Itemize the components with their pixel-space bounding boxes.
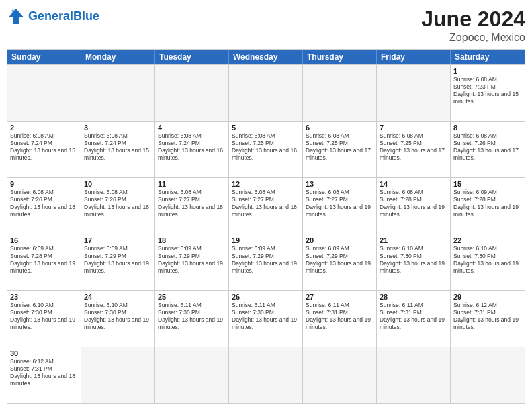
day-number: 10 [84, 180, 152, 188]
calendar-empty-cell [303, 65, 377, 122]
day-header-saturday: Saturday [451, 50, 525, 64]
day-info: Sunrise: 6:11 AM Sunset: 7:30 PM Dayligh… [232, 302, 300, 331]
day-info: Sunrise: 6:10 AM Sunset: 7:30 PM Dayligh… [453, 245, 522, 275]
calendar-empty-cell [81, 347, 155, 404]
calendar-day-5: 5Sunrise: 6:08 AM Sunset: 7:25 PM Daylig… [229, 122, 303, 178]
calendar-empty-cell [155, 347, 229, 404]
header: GeneralBlue June 2024 Zopoco, Mexico [7, 7, 525, 44]
day-info: Sunrise: 6:08 AM Sunset: 7:28 PM Dayligh… [380, 189, 447, 218]
day-header-wednesday: Wednesday [229, 50, 303, 64]
calendar-empty-cell [451, 347, 525, 404]
calendar-day-1: 1Sunrise: 6:08 AM Sunset: 7:23 PM Daylig… [451, 65, 525, 122]
day-info: Sunrise: 6:09 AM Sunset: 7:29 PM Dayligh… [306, 245, 373, 275]
day-number: 27 [306, 293, 373, 301]
day-info: Sunrise: 6:09 AM Sunset: 7:29 PM Dayligh… [84, 245, 152, 275]
day-number: 28 [380, 293, 447, 301]
day-info: Sunrise: 6:10 AM Sunset: 7:30 PM Dayligh… [10, 302, 78, 331]
logo-text: GeneralBlue [28, 9, 99, 24]
day-info: Sunrise: 6:11 AM Sunset: 7:31 PM Dayligh… [380, 302, 447, 331]
logo: GeneralBlue [7, 7, 99, 26]
calendar-day-9: 9Sunrise: 6:08 AM Sunset: 7:26 PM Daylig… [7, 178, 81, 234]
day-number: 15 [453, 180, 522, 188]
day-info: Sunrise: 6:08 AM Sunset: 7:27 PM Dayligh… [232, 189, 300, 218]
day-info: Sunrise: 6:08 AM Sunset: 7:24 PM Dayligh… [84, 132, 152, 162]
calendar-day-18: 18Sunrise: 6:09 AM Sunset: 7:29 PM Dayli… [155, 234, 229, 291]
day-header-sunday: Sunday [7, 50, 81, 64]
day-number: 25 [158, 293, 226, 301]
day-info: Sunrise: 6:09 AM Sunset: 7:29 PM Dayligh… [158, 245, 226, 275]
logo-blue: Blue [73, 9, 99, 23]
day-number: 19 [232, 236, 300, 244]
calendar-day-29: 29Sunrise: 6:12 AM Sunset: 7:31 PM Dayli… [451, 291, 525, 347]
day-number: 24 [84, 293, 152, 301]
day-number: 21 [380, 236, 447, 244]
calendar-day-25: 25Sunrise: 6:11 AM Sunset: 7:30 PM Dayli… [155, 291, 229, 347]
calendar-day-26: 26Sunrise: 6:11 AM Sunset: 7:30 PM Dayli… [229, 291, 303, 347]
day-header-thursday: Thursday [303, 50, 377, 64]
day-number: 13 [306, 180, 373, 188]
calendar-day-19: 19Sunrise: 6:09 AM Sunset: 7:29 PM Dayli… [229, 234, 303, 291]
day-number: 26 [232, 293, 300, 301]
day-header-monday: Monday [81, 50, 155, 64]
title-block: June 2024 Zopoco, Mexico [421, 7, 525, 44]
day-info: Sunrise: 6:08 AM Sunset: 7:24 PM Dayligh… [158, 132, 226, 162]
day-info: Sunrise: 6:09 AM Sunset: 7:28 PM Dayligh… [453, 189, 522, 218]
calendar-day-7: 7Sunrise: 6:08 AM Sunset: 7:25 PM Daylig… [377, 122, 451, 178]
day-number: 8 [453, 124, 522, 132]
day-number: 9 [10, 180, 78, 188]
day-number: 3 [84, 124, 152, 132]
month-year: June 2024 [421, 7, 525, 32]
day-number: 4 [158, 124, 226, 132]
day-number: 22 [453, 236, 522, 244]
day-number: 18 [158, 236, 226, 244]
logo-icon [7, 7, 26, 26]
day-info: Sunrise: 6:08 AM Sunset: 7:26 PM Dayligh… [453, 132, 522, 162]
day-info: Sunrise: 6:11 AM Sunset: 7:30 PM Dayligh… [158, 302, 226, 331]
calendar-day-10: 10Sunrise: 6:08 AM Sunset: 7:26 PM Dayli… [81, 178, 155, 234]
calendar-empty-cell [303, 347, 377, 404]
calendar-day-20: 20Sunrise: 6:09 AM Sunset: 7:29 PM Dayli… [303, 234, 377, 291]
day-info: Sunrise: 6:08 AM Sunset: 7:27 PM Dayligh… [306, 189, 373, 218]
day-number: 30 [10, 349, 78, 357]
calendar-empty-cell [155, 65, 229, 122]
calendar-day-3: 3Sunrise: 6:08 AM Sunset: 7:24 PM Daylig… [81, 122, 155, 178]
calendar-day-17: 17Sunrise: 6:09 AM Sunset: 7:29 PM Dayli… [81, 234, 155, 291]
day-headers: SundayMondayTuesdayWednesdayThursdayFrid… [7, 50, 525, 64]
calendar-day-16: 16Sunrise: 6:09 AM Sunset: 7:28 PM Dayli… [7, 234, 81, 291]
day-info: Sunrise: 6:08 AM Sunset: 7:25 PM Dayligh… [380, 132, 447, 162]
day-info: Sunrise: 6:08 AM Sunset: 7:26 PM Dayligh… [10, 189, 78, 218]
day-number: 1 [453, 67, 522, 75]
svg-rect-1 [12, 10, 16, 14]
day-info: Sunrise: 6:08 AM Sunset: 7:27 PM Dayligh… [158, 189, 226, 218]
day-number: 23 [10, 293, 78, 301]
day-info: Sunrise: 6:08 AM Sunset: 7:23 PM Dayligh… [453, 76, 522, 105]
day-number: 14 [380, 180, 447, 188]
day-info: Sunrise: 6:10 AM Sunset: 7:30 PM Dayligh… [380, 245, 447, 275]
logo-general: General [28, 9, 73, 23]
day-number: 20 [306, 236, 373, 244]
calendar: SundayMondayTuesdayWednesdayThursdayFrid… [7, 49, 525, 404]
calendar-day-2: 2Sunrise: 6:08 AM Sunset: 7:24 PM Daylig… [7, 122, 81, 178]
calendar-day-22: 22Sunrise: 6:10 AM Sunset: 7:30 PM Dayli… [451, 234, 525, 291]
calendar-grid: 1Sunrise: 6:08 AM Sunset: 7:23 PM Daylig… [7, 64, 525, 404]
calendar-day-30: 30Sunrise: 6:12 AM Sunset: 7:31 PM Dayli… [7, 347, 81, 404]
calendar-empty-cell [229, 65, 303, 122]
day-info: Sunrise: 6:12 AM Sunset: 7:31 PM Dayligh… [453, 302, 522, 331]
calendar-day-6: 6Sunrise: 6:08 AM Sunset: 7:25 PM Daylig… [303, 122, 377, 178]
day-number: 29 [453, 293, 522, 301]
calendar-day-11: 11Sunrise: 6:08 AM Sunset: 7:27 PM Dayli… [155, 178, 229, 234]
day-info: Sunrise: 6:09 AM Sunset: 7:29 PM Dayligh… [232, 245, 300, 275]
day-number: 2 [10, 124, 78, 132]
calendar-empty-cell [7, 65, 81, 122]
calendar-empty-cell [377, 65, 451, 122]
page: GeneralBlue June 2024 Zopoco, Mexico Sun… [0, 0, 532, 411]
day-number: 7 [380, 124, 447, 132]
calendar-day-28: 28Sunrise: 6:11 AM Sunset: 7:31 PM Dayli… [377, 291, 451, 347]
location: Zopoco, Mexico [421, 32, 525, 44]
calendar-day-24: 24Sunrise: 6:10 AM Sunset: 7:30 PM Dayli… [81, 291, 155, 347]
calendar-empty-cell [229, 347, 303, 404]
calendar-day-4: 4Sunrise: 6:08 AM Sunset: 7:24 PM Daylig… [155, 122, 229, 178]
calendar-day-27: 27Sunrise: 6:11 AM Sunset: 7:31 PM Dayli… [303, 291, 377, 347]
calendar-day-21: 21Sunrise: 6:10 AM Sunset: 7:30 PM Dayli… [377, 234, 451, 291]
calendar-day-23: 23Sunrise: 6:10 AM Sunset: 7:30 PM Dayli… [7, 291, 81, 347]
